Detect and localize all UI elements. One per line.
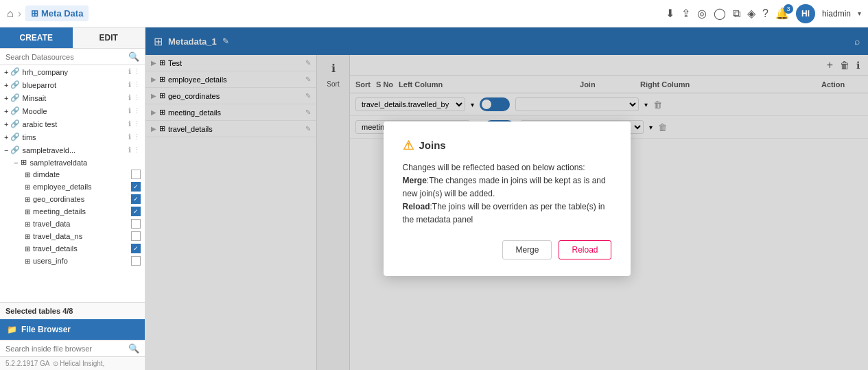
minus-icon: − bbox=[4, 146, 8, 154]
sub-db-label: sampletraveldata bbox=[30, 159, 87, 167]
subtable-label: users_info bbox=[33, 257, 68, 265]
subtable-item[interactable]: ⊞ geo_cordinates ✓ bbox=[0, 193, 145, 205]
dialog-title-text: Joins bbox=[419, 139, 446, 151]
company-label: ⊙ Helical Insight, bbox=[53, 360, 105, 367]
list-item-expanded[interactable]: − 🔗 sampletraveld... ℹ ⋮ bbox=[0, 143, 145, 157]
more-icon[interactable]: ⋮ bbox=[133, 146, 141, 154]
subtable-checkbox-checked[interactable]: ✓ bbox=[131, 244, 141, 253]
subtable-checkbox-checked[interactable]: ✓ bbox=[131, 207, 141, 216]
subtable-item[interactable]: ⊞ meeting_details ✓ bbox=[0, 205, 145, 218]
datasource-search-input[interactable] bbox=[5, 53, 126, 61]
info-icon[interactable]: ℹ bbox=[128, 106, 131, 115]
grid-icon: ⊞ bbox=[25, 220, 30, 228]
brand-label: Meta Data bbox=[41, 8, 83, 19]
item-actions: ℹ ⋮ bbox=[128, 93, 141, 102]
more-icon[interactable]: ⋮ bbox=[133, 93, 141, 102]
subtable-checkbox[interactable] bbox=[131, 219, 141, 229]
subtable-label: dimdate bbox=[33, 170, 60, 178]
subtable-checkbox[interactable] bbox=[131, 170, 141, 179]
link-icon: 🔗 bbox=[10, 119, 20, 128]
list-item[interactable]: + 🔗 Minsait ℹ ⋮ bbox=[0, 91, 145, 104]
grid-icon: ⊞ bbox=[25, 196, 30, 203]
share-icon[interactable]: ⇪ bbox=[681, 7, 690, 20]
subtable-label: meeting_details bbox=[33, 207, 86, 216]
main-layout: CREATE EDIT 🔍 + 🔗 hrh_company ℹ ⋮ + 🔗 bbox=[0, 27, 868, 370]
history-icon[interactable]: ◎ bbox=[697, 7, 707, 20]
file-browser-button[interactable]: 📁 File Browser bbox=[0, 319, 145, 340]
more-icon[interactable]: ⋮ bbox=[133, 80, 141, 89]
subtable-checkbox-checked[interactable]: ✓ bbox=[131, 194, 141, 204]
subtable-checkbox[interactable] bbox=[131, 231, 141, 241]
grid-icon: ⊞ bbox=[25, 233, 30, 240]
subtable-item[interactable]: ⊞ employee_details ✓ bbox=[0, 181, 145, 193]
plus-icon: + bbox=[4, 133, 8, 141]
subtable-item[interactable]: ⊞ dimdate bbox=[0, 168, 145, 181]
item-label: arabic test bbox=[22, 120, 57, 128]
merge-label: Merge bbox=[403, 176, 427, 185]
reload-button[interactable]: Reload bbox=[559, 240, 611, 259]
circle-icon[interactable]: ◯ bbox=[714, 7, 726, 20]
more-icon[interactable]: ⋮ bbox=[133, 67, 141, 76]
grid-icon: ⊞ bbox=[25, 183, 30, 191]
tab-edit[interactable]: EDIT bbox=[73, 27, 145, 48]
plus-icon: + bbox=[4, 120, 8, 128]
tab-create[interactable]: CREATE bbox=[0, 27, 73, 48]
item-label: Minsait bbox=[22, 94, 46, 102]
db-icon: ⊞ bbox=[21, 158, 27, 167]
datasource-list: + 🔗 hrh_company ℹ ⋮ + 🔗 blueparrot ℹ ⋮ + bbox=[0, 65, 145, 302]
item-label: hrh_company bbox=[22, 68, 68, 76]
topbar-brand: ⊞ Meta Data bbox=[25, 5, 89, 21]
light-icon[interactable]: ◈ bbox=[747, 7, 755, 20]
dialog-title: ⚠ Joins bbox=[403, 138, 611, 153]
content-area: ⊞ Metadata_1 ✎ ⌕ ▶ ⊞ Test ✎ ▶ ⊞ employee… bbox=[145, 27, 868, 370]
folder-icon: 📁 bbox=[7, 325, 17, 334]
dialog-body-intro: Changes will be reflected based on below… bbox=[403, 163, 585, 172]
help-icon[interactable]: ? bbox=[762, 8, 769, 20]
info-icon[interactable]: ℹ bbox=[128, 146, 131, 154]
list-item[interactable]: + 🔗 Moodle ℹ ⋮ bbox=[0, 104, 145, 117]
plus-icon: + bbox=[4, 81, 8, 89]
more-icon[interactable]: ⋮ bbox=[133, 119, 141, 128]
list-item[interactable]: + 🔗 arabic test ℹ ⋮ bbox=[0, 117, 145, 130]
subtable-item[interactable]: ⊞ travel_data_ns bbox=[0, 230, 145, 242]
item-label: blueparrot bbox=[22, 81, 56, 89]
save-icon[interactable]: ⬇ bbox=[666, 7, 675, 20]
layout-icon[interactable]: ⧉ bbox=[733, 8, 740, 20]
topbar-left: ⌂ › ⊞ Meta Data bbox=[7, 5, 660, 21]
file-browser-search-input[interactable] bbox=[5, 345, 126, 353]
home-icon[interactable]: ⌂ bbox=[7, 8, 14, 20]
subtable-item[interactable]: ⊞ travel_data bbox=[0, 218, 145, 230]
info-icon[interactable]: ℹ bbox=[128, 132, 131, 141]
more-icon[interactable]: ⋮ bbox=[133, 106, 141, 115]
sub-db-item[interactable]: − ⊞ sampletraveldata bbox=[0, 157, 145, 168]
subtable-item[interactable]: ⊞ users_info bbox=[0, 255, 145, 267]
info-icon[interactable]: ℹ bbox=[128, 67, 131, 76]
subtable-item[interactable]: ⊞ travel_details ✓ bbox=[0, 242, 145, 255]
notification-bell[interactable]: 🔔 3 bbox=[775, 7, 789, 20]
item-label: tims bbox=[22, 133, 36, 141]
list-item[interactable]: + 🔗 hrh_company ℹ ⋮ bbox=[0, 65, 145, 78]
info-icon[interactable]: ℹ bbox=[128, 80, 131, 89]
info-icon[interactable]: ℹ bbox=[128, 93, 131, 102]
selected-tables-bar: Selected tables 4/8 bbox=[0, 302, 145, 319]
list-item[interactable]: + 🔗 blueparrot ℹ ⋮ bbox=[0, 78, 145, 91]
list-item[interactable]: + 🔗 tims ℹ ⋮ bbox=[0, 130, 145, 143]
plus-icon: + bbox=[4, 94, 8, 102]
merge-button[interactable]: Merge bbox=[502, 240, 552, 259]
more-icon[interactable]: ⋮ bbox=[133, 132, 141, 141]
link-icon: 🔗 bbox=[10, 80, 20, 89]
subtable-checkbox[interactable] bbox=[131, 256, 141, 266]
grid-icon: ⊞ bbox=[25, 171, 30, 178]
item-actions: ℹ ⋮ bbox=[128, 67, 141, 76]
grid-icon: ⊞ bbox=[25, 257, 30, 265]
item-actions: ℹ ⋮ bbox=[128, 119, 141, 128]
info-icon[interactable]: ℹ bbox=[128, 119, 131, 128]
warning-icon: ⚠ bbox=[403, 138, 414, 153]
avatar[interactable]: HI bbox=[796, 4, 815, 23]
plus-icon: + bbox=[4, 68, 8, 76]
link-icon: 🔗 bbox=[10, 146, 20, 154]
subtable-checkbox-checked[interactable]: ✓ bbox=[131, 182, 141, 192]
user-dropdown-icon[interactable]: ▾ bbox=[858, 10, 861, 17]
item-label: Moodle bbox=[22, 107, 47, 115]
subtable-label: employee_details bbox=[33, 183, 92, 191]
